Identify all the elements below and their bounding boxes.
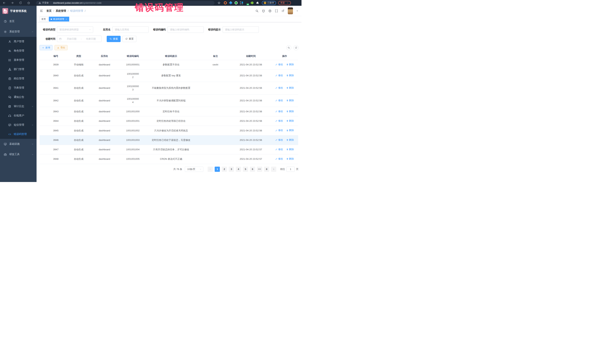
page-button[interactable]: 5 xyxy=(243,167,248,172)
edit-link[interactable]: 修改 xyxy=(275,74,283,77)
extensions-puzzle-icon[interactable] xyxy=(256,1,259,4)
bookmark-star-icon[interactable] xyxy=(218,1,220,4)
paused-profile-chip[interactable]: 已暂停 xyxy=(262,1,276,5)
reset-button[interactable]: 重置 xyxy=(122,36,136,42)
close-icon[interactable] xyxy=(65,18,67,20)
sidebar-item[interactable]: 菜单管理 xyxy=(0,55,36,65)
extension-green-icon[interactable] xyxy=(234,1,238,4)
refresh-table-button[interactable] xyxy=(293,45,299,50)
address-bar[interactable]: 不安全 dashboard.yudao.iocoder.cn /system/e… xyxy=(36,1,214,5)
toggle-search-button[interactable] xyxy=(286,45,291,50)
page-button[interactable]: 4 xyxy=(236,167,241,172)
page-button[interactable]: 1 xyxy=(215,167,220,172)
page-button[interactable]: 2 xyxy=(222,167,227,172)
sidebar-item[interactable]: 角色管理 xyxy=(0,46,36,55)
page-button[interactable]: 8 xyxy=(264,167,269,172)
date-range-picker[interactable]: 开始日期 - 结束日期 xyxy=(57,36,102,42)
error-type-select[interactable]: 请选择错误码类型 xyxy=(57,26,93,33)
chevron-icon xyxy=(32,143,34,145)
view-tab[interactable]: 错误码管理 xyxy=(49,17,69,22)
fullscreen-icon[interactable] xyxy=(275,9,278,13)
home-icon[interactable] xyxy=(27,1,30,4)
sidebar-item[interactable]: 字典管理 xyxy=(0,83,36,92)
breadcrumb-label[interactable]: 系统管理 xyxy=(56,9,66,13)
breadcrumb-item[interactable]: 首页 / xyxy=(46,9,56,13)
sidebar-item[interactable]: 基础设施 xyxy=(0,139,36,149)
reload-icon[interactable] xyxy=(19,1,22,4)
prev-page-button[interactable] xyxy=(208,167,213,172)
page-button[interactable]: 3 xyxy=(229,167,234,172)
search-button[interactable]: 搜索 xyxy=(107,36,121,42)
kebab-menu-icon[interactable] xyxy=(287,2,289,4)
edit-link[interactable]: 修改 xyxy=(275,110,283,113)
page-button[interactable]: ••• xyxy=(257,167,262,172)
sidebar-item[interactable]: 系统管理 xyxy=(0,26,36,37)
sidebar-item[interactable]: 部门管理 xyxy=(0,65,36,74)
edit-link[interactable]: 修改 xyxy=(275,86,283,89)
font-size-icon[interactable] xyxy=(281,9,285,13)
error-code-input[interactable] xyxy=(168,26,204,33)
forward-icon[interactable] xyxy=(11,1,14,4)
delete-link[interactable]: 删除 xyxy=(286,74,294,77)
browser-update-button[interactable]: 更新 xyxy=(278,1,291,5)
edit-link[interactable]: 修改 xyxy=(275,99,283,102)
breadcrumb: 首页 / 系统管理 / 错误码管理 / xyxy=(46,9,87,13)
extension-on-badge-icon[interactable] xyxy=(245,1,248,4)
cell-actions: 修改 删除 xyxy=(271,69,298,82)
breadcrumb-item[interactable]: 系统管理 / xyxy=(56,9,70,13)
delete-link[interactable]: 删除 xyxy=(286,119,294,122)
view-tab[interactable]: 首页 xyxy=(39,17,48,22)
delete-link[interactable]: 删除 xyxy=(286,99,294,102)
add-button[interactable]: 新增 xyxy=(39,45,53,50)
sidebar-item[interactable]: 审计日志 xyxy=(0,102,36,111)
delete-label: 删除 xyxy=(289,148,294,151)
delete-link[interactable]: 删除 xyxy=(286,86,294,89)
edit-link[interactable]: 修改 xyxy=(275,148,283,151)
export-button[interactable]: 导出 xyxy=(55,45,68,50)
goto-page-input[interactable] xyxy=(287,167,295,172)
app-name-input[interactable] xyxy=(112,26,149,33)
back-icon[interactable] xyxy=(3,1,6,4)
page-button[interactable]: 6 xyxy=(250,167,255,172)
sidebar-item[interactable]: 错误码管理 xyxy=(0,130,36,139)
search-icon[interactable] xyxy=(255,9,259,13)
sidebar-item[interactable]: 短信管理 xyxy=(0,120,36,130)
extension-gem-icon[interactable] xyxy=(229,1,232,5)
help-icon[interactable] xyxy=(268,9,272,13)
edit-link[interactable]: 修改 xyxy=(275,119,283,122)
breadcrumb-label[interactable]: 首页 xyxy=(46,9,52,13)
edit-link[interactable]: 修改 xyxy=(275,129,283,132)
page-size-select[interactable]: 10条/页 xyxy=(185,167,203,172)
extension-grid-icon[interactable] xyxy=(240,1,243,4)
delete-link[interactable]: 删除 xyxy=(286,110,294,113)
edit-link[interactable]: 修改 xyxy=(275,157,283,161)
extension-orange-icon[interactable] xyxy=(224,1,227,4)
sidebar-item[interactable]: 首页 xyxy=(0,16,36,26)
edit-label: 修改 xyxy=(278,86,283,89)
sidebar-item[interactable]: 岗位管理 xyxy=(0,74,36,83)
caret-down-icon[interactable] xyxy=(296,10,298,12)
avatar[interactable] xyxy=(288,7,293,14)
sidebar-item[interactable]: 在线用户 xyxy=(0,111,36,120)
delete-link[interactable]: 删除 xyxy=(286,157,294,161)
delete-link[interactable]: 删除 xyxy=(286,129,294,132)
delete-link[interactable]: 删除 xyxy=(286,138,294,142)
breadcrumb-item[interactable]: 错误码管理 / xyxy=(70,9,87,13)
edit-link[interactable]: 修改 xyxy=(275,138,283,142)
error-hint-input[interactable] xyxy=(223,26,259,33)
github-icon[interactable] xyxy=(262,9,265,13)
cell-time: 2021-04-20 23:52:57 xyxy=(231,145,271,154)
cell-id: 3943 xyxy=(39,107,72,116)
extension-leaf-icon[interactable] xyxy=(250,1,254,5)
sidebar-item[interactable]: 用户管理 xyxy=(0,37,36,46)
delete-link[interactable]: 删除 xyxy=(286,148,294,151)
hamburger-icon[interactable] xyxy=(40,9,43,13)
cell-time: 2021-04-20 23:52:56 xyxy=(231,69,271,82)
sidebar-item[interactable]: 研发工具 xyxy=(0,149,36,160)
breadcrumb-label[interactable]: 错误码管理 xyxy=(70,9,83,13)
next-page-button[interactable] xyxy=(271,167,276,172)
delete-link[interactable]: 删除 xyxy=(286,63,294,66)
edit-link[interactable]: 修改 xyxy=(275,63,283,66)
trash-icon xyxy=(286,139,289,141)
sidebar-item[interactable]: 通知公告 xyxy=(0,92,36,102)
